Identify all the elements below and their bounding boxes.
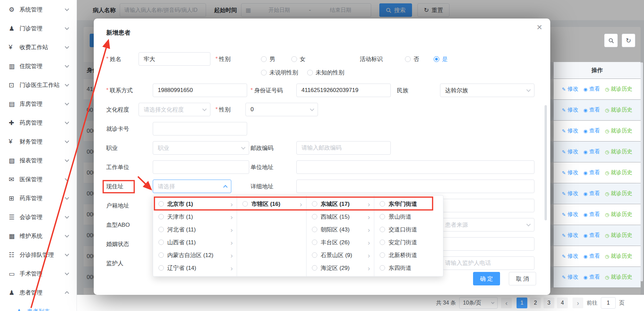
cascader-option[interactable]: 石景山区 (9)› bbox=[306, 249, 374, 261]
sidebar-item[interactable]: ✚药房管理 bbox=[0, 113, 77, 132]
column-filter-button[interactable] bbox=[604, 34, 618, 47]
radio-gender-unknown[interactable]: 未知的性别 bbox=[307, 66, 344, 79]
radio-female[interactable]: 女 bbox=[291, 52, 305, 66]
cascader-option[interactable]: 辽宁省 (14)› bbox=[153, 261, 237, 274]
sidebar-item[interactable]: ☷分诊排队管理 bbox=[0, 245, 77, 264]
view-link[interactable]: ◉查看 bbox=[583, 232, 600, 239]
cascader-option[interactable]: 西城区 (15)› bbox=[306, 210, 374, 223]
view-link[interactable]: ◉查看 bbox=[583, 211, 600, 218]
view-link[interactable]: ◉查看 bbox=[583, 169, 600, 176]
cascader-option[interactable]: 河北省 (11)› bbox=[153, 223, 237, 236]
page-button-2[interactable]: 2 bbox=[530, 298, 541, 308]
modal-scrollbar[interactable] bbox=[545, 105, 547, 220]
radio-gender-unspecified[interactable]: 未说明性别 bbox=[261, 66, 298, 79]
history-link[interactable]: ◷就诊历史 bbox=[605, 148, 632, 155]
edit-link[interactable]: ✎修改 bbox=[562, 148, 578, 155]
history-link[interactable]: ◷就诊历史 bbox=[605, 232, 632, 239]
contact-input[interactable] bbox=[153, 84, 247, 97]
radio-active-no[interactable]: 否 bbox=[405, 52, 419, 66]
sidebar-item[interactable]: ⊡门诊医生工作站 bbox=[0, 75, 77, 94]
sidebar-item[interactable]: ♟门诊管理 bbox=[0, 19, 77, 38]
cascader-option[interactable]: 海淀区 (29)› bbox=[306, 261, 374, 274]
history-link[interactable]: ◷就诊历史 bbox=[605, 253, 632, 260]
sidebar-item[interactable]: ⊞药库管理 bbox=[0, 189, 77, 208]
cascader-option[interactable]: 东四街道 bbox=[374, 261, 443, 274]
history-link[interactable]: ◷就诊历史 bbox=[605, 106, 632, 114]
occupation-select[interactable]: 职业 bbox=[153, 141, 249, 155]
radio-male[interactable]: 男 bbox=[261, 52, 275, 66]
history-link[interactable]: ◷就诊历史 bbox=[605, 274, 632, 281]
cascader-option[interactable]: 山西省 (11)› bbox=[153, 236, 237, 249]
edit-link[interactable]: ✎修改 bbox=[562, 169, 578, 176]
close-icon[interactable]: × bbox=[537, 23, 542, 32]
radio-active-yes[interactable]: 是 bbox=[434, 52, 448, 66]
cascader-option[interactable]: 朝阳区 (43)› bbox=[306, 223, 374, 236]
history-link[interactable]: ◷就诊历史 bbox=[605, 211, 632, 218]
sidebar-item[interactable]: ▧报表管理 bbox=[0, 151, 77, 170]
ethnicity-select[interactable]: 达斡尔族 bbox=[440, 84, 534, 97]
cascader-option[interactable]: 安定门街道 bbox=[374, 236, 443, 249]
view-link[interactable]: ◉查看 bbox=[583, 127, 600, 134]
guardian-phone-input[interactable] bbox=[440, 256, 534, 270]
page-button-4[interactable]: 4 bbox=[557, 298, 568, 308]
sidebar-item[interactable]: ✉医保管理 bbox=[0, 170, 77, 189]
current-address-select[interactable]: 请选择 bbox=[153, 180, 231, 193]
history-link[interactable]: ◷就诊历史 bbox=[605, 127, 632, 134]
view-link[interactable]: ◉查看 bbox=[583, 148, 600, 155]
page-button-1[interactable]: 1 bbox=[517, 298, 527, 308]
sidebar-item-patient-list[interactable]: ♟患者列表 bbox=[0, 302, 77, 311]
edit-link[interactable]: ✎修改 bbox=[562, 127, 578, 134]
cascader-option[interactable]: 东华门街道 bbox=[374, 197, 443, 210]
view-link[interactable]: ◉查看 bbox=[583, 190, 600, 197]
sidebar-item[interactable]: ▦维护系统 bbox=[0, 226, 77, 245]
cascader-option[interactable]: 市辖区 (16)› bbox=[237, 197, 306, 210]
prev-page-button[interactable]: ‹ bbox=[501, 298, 512, 308]
card-no-input[interactable] bbox=[153, 122, 247, 135]
right-column-input-2[interactable] bbox=[440, 237, 534, 251]
cascader-option[interactable]: 内蒙古自治区 (12)› bbox=[153, 249, 237, 261]
patient-source-select[interactable]: 患者来源 bbox=[440, 218, 534, 231]
page-button-3[interactable]: 3 bbox=[544, 298, 554, 308]
sidebar-item[interactable]: ☰会诊管理 bbox=[0, 208, 77, 226]
name-input[interactable] bbox=[139, 52, 210, 66]
history-link[interactable]: ◷就诊历史 bbox=[605, 86, 632, 93]
cascader-option[interactable]: 景山街道 bbox=[374, 210, 443, 223]
goto-page-input[interactable] bbox=[601, 297, 616, 309]
view-link[interactable]: ◉查看 bbox=[583, 106, 600, 114]
view-link[interactable]: ◉查看 bbox=[583, 86, 600, 93]
edit-link[interactable]: ✎修改 bbox=[562, 106, 578, 114]
history-link[interactable]: ◷就诊历史 bbox=[605, 169, 632, 176]
sidebar-item[interactable]: ¥财务管理 bbox=[0, 132, 77, 151]
sidebar-item[interactable]: ▭手术管理 bbox=[0, 264, 77, 283]
work-unit-input[interactable] bbox=[153, 160, 249, 174]
gender-code-select[interactable]: 0 bbox=[245, 103, 318, 116]
cascader-option[interactable]: 北京市 (1)› bbox=[153, 197, 237, 210]
sidebar-item[interactable]: ¥收费工作站 bbox=[0, 38, 77, 57]
work-address-input[interactable] bbox=[296, 160, 534, 174]
right-column-input-1[interactable] bbox=[440, 199, 534, 212]
edit-link[interactable]: ✎修改 bbox=[562, 232, 578, 239]
refresh-table-button[interactable]: ↻ bbox=[622, 34, 635, 47]
edit-link[interactable]: ✎修改 bbox=[562, 274, 578, 281]
sidebar-item[interactable]: ⚙系统管理 bbox=[0, 0, 77, 19]
sidebar-item[interactable]: ♟患者管理 bbox=[0, 283, 77, 302]
history-link[interactable]: ◷就诊历史 bbox=[605, 190, 632, 197]
sidebar-item[interactable]: ▤库房管理 bbox=[0, 94, 77, 113]
cascader-option[interactable]: 天津市 (1)› bbox=[153, 210, 237, 223]
cascader-option[interactable]: 交道口街道 bbox=[374, 223, 443, 236]
view-link[interactable]: ◉查看 bbox=[583, 274, 600, 281]
sidebar-item[interactable]: ▥住院管理 bbox=[0, 57, 77, 75]
edit-link[interactable]: ✎修改 bbox=[562, 253, 578, 260]
education-select[interactable]: 请选择文化程度 bbox=[139, 103, 210, 116]
detail-address-input[interactable] bbox=[296, 180, 534, 193]
cascader-option[interactable]: 东城区 (17)› bbox=[306, 197, 374, 210]
cancel-button[interactable]: 取 消 bbox=[509, 272, 536, 285]
postal-code-input[interactable] bbox=[296, 141, 391, 155]
edit-link[interactable]: ✎修改 bbox=[562, 211, 578, 218]
edit-link[interactable]: ✎修改 bbox=[562, 86, 578, 93]
confirm-button[interactable]: 确 定 bbox=[473, 272, 500, 285]
edit-link[interactable]: ✎修改 bbox=[562, 190, 578, 197]
page-size-select[interactable]: 10条/页 bbox=[459, 297, 498, 309]
id-number-input[interactable] bbox=[296, 84, 391, 97]
next-page-button[interactable]: › bbox=[573, 298, 583, 308]
